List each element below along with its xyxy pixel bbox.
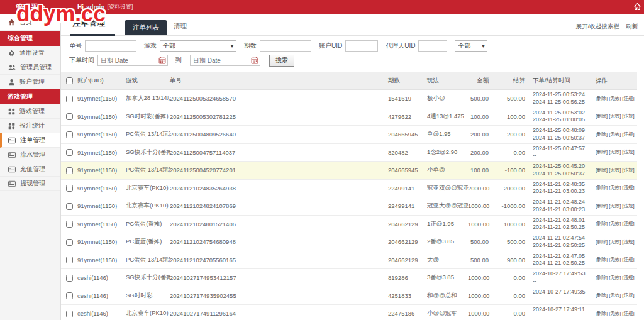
invalid-link[interactable]: [无效] <box>609 275 621 280</box>
account-cell: 91ymnet(1150) <box>77 126 126 144</box>
play-cell: 4通13@1.475 <box>427 108 468 126</box>
sidebar-item-order-management[interactable]: 注单管理 <box>0 133 60 148</box>
violation-link[interactable]: [违规] <box>622 221 634 226</box>
status-select[interactable]: 全部 ▾ <box>455 40 487 52</box>
tab-order-list[interactable]: 注单列表 <box>125 20 167 35</box>
violation-link[interactable]: [违规] <box>622 167 634 173</box>
game-select[interactable]: 全部 ▾ <box>160 40 236 52</box>
account-cell: 91ymnet(1150) <box>77 215 126 233</box>
delete-link[interactable]: [删除] <box>596 311 608 316</box>
row-checkbox-cell <box>61 126 77 144</box>
row-checkbox[interactable] <box>66 275 73 282</box>
row-checkbox[interactable] <box>66 221 73 228</box>
start-date-input[interactable] <box>97 55 168 66</box>
sidebar-item-deposit-management[interactable]: 充值管理 <box>0 162 60 177</box>
delete-link[interactable]: [删除] <box>596 131 608 137</box>
play-cell: 冠亚双@@冠亚 <box>427 179 468 197</box>
invalid-link[interactable]: [无效] <box>609 113 621 119</box>
violation-link[interactable]: [违规] <box>622 275 634 280</box>
account-uid-input[interactable] <box>345 40 378 52</box>
row-checkbox[interactable] <box>66 167 73 174</box>
delete-link[interactable]: [删除] <box>596 257 608 262</box>
invalid-link[interactable]: [无效] <box>609 203 621 209</box>
row-checkbox[interactable] <box>66 292 73 299</box>
stats-icon <box>8 123 15 130</box>
sidebar-item-bet-statistics[interactable]: 投注统计 <box>0 119 60 133</box>
delete-link[interactable]: [删除] <box>596 96 608 101</box>
delete-link[interactable]: [删除] <box>596 239 608 245</box>
agent-uid-input[interactable] <box>418 40 447 52</box>
violation-link[interactable]: [违规] <box>622 131 634 137</box>
invalid-link[interactable]: [无效] <box>609 221 621 226</box>
delete-link[interactable]: [删除] <box>596 167 608 173</box>
toggle-search-bar-link[interactable]: 展开/收起搜索栏 <box>576 23 619 31</box>
order-no-input[interactable] <box>85 40 136 52</box>
table-row: ceshi(1146)SG快乐十分(番摊)2024102717495341215… <box>61 269 637 287</box>
violation-link[interactable]: [违规] <box>622 149 634 155</box>
violation-link[interactable]: [违规] <box>622 239 634 245</box>
period-cell: 22475186 <box>388 305 427 320</box>
violation-link[interactable]: [违规] <box>622 203 634 209</box>
sidebar-item-general-settings[interactable]: 通用设置 <box>0 46 60 60</box>
invalid-link[interactable]: [无效] <box>609 131 621 137</box>
delete-link[interactable]: [删除] <box>596 275 608 280</box>
row-checkbox[interactable] <box>66 149 73 156</box>
row-checkbox[interactable] <box>66 203 73 210</box>
row-checkbox[interactable] <box>66 239 73 246</box>
calendar-icon[interactable] <box>251 57 258 65</box>
profile-settings-link[interactable]: [资料设置] <box>107 3 133 11</box>
delete-link[interactable]: [删除] <box>596 292 608 298</box>
refresh-link[interactable]: 刷新 <box>626 23 638 31</box>
home-icon[interactable] <box>633 3 641 11</box>
invalid-link[interactable]: [无效] <box>609 311 621 316</box>
select-all-checkbox[interactable] <box>66 77 73 84</box>
list-card-icon <box>8 152 16 158</box>
chevron-down-icon: ▾ <box>231 43 233 49</box>
violation-link[interactable]: [违规] <box>622 96 634 101</box>
invalid-link[interactable]: [无效] <box>609 257 621 262</box>
search-button[interactable]: 搜索 <box>269 55 294 67</box>
calendar-icon[interactable] <box>158 57 166 65</box>
row-checkbox-cell <box>61 108 77 126</box>
invalid-link[interactable]: [无效] <box>609 239 621 245</box>
sidebar-item-game-management[interactable]: 游戏管理 <box>0 104 60 119</box>
sidebar-item-withdrawal-management[interactable]: 提现管理 <box>0 177 60 191</box>
delete-link[interactable]: [删除] <box>596 203 608 209</box>
settle-cell: 1000.00 <box>496 215 533 233</box>
account-cell: 91ymnet(1150) <box>77 162 126 180</box>
delete-link[interactable]: [删除] <box>596 113 608 119</box>
sidebar-item-transaction-management[interactable]: 流水管理 <box>0 148 60 162</box>
sidebar-item-account-management[interactable]: 账户管理 <box>0 75 60 89</box>
invalid-link[interactable]: [无效] <box>609 149 621 155</box>
sidebar-item-home[interactable]: 首页 <box>0 14 60 31</box>
col-actions: 操作 <box>596 72 637 90</box>
violation-link[interactable]: [违规] <box>622 311 634 316</box>
violation-link[interactable]: [违规] <box>622 185 634 190</box>
row-checkbox[interactable] <box>66 311 73 317</box>
invalid-link[interactable]: [无效] <box>609 292 621 298</box>
invalid-link[interactable]: [无效] <box>609 185 621 190</box>
period-cell: 4279622 <box>388 108 427 126</box>
tab-cleanup[interactable]: 清理 <box>167 19 193 34</box>
order-no-cell: 20241125004520774201 <box>170 162 388 180</box>
period-input[interactable] <box>260 40 311 52</box>
row-checkbox[interactable] <box>66 113 73 120</box>
end-date-input[interactable] <box>190 55 260 66</box>
row-checkbox[interactable] <box>66 131 73 138</box>
period-cell: 22499141 <box>388 179 427 197</box>
delete-link[interactable]: [删除] <box>596 185 608 190</box>
col-play: 玩法 <box>427 72 468 90</box>
invalid-link[interactable]: [无效] <box>609 167 621 173</box>
sidebar-item-admin-management[interactable]: 管理员管理 <box>0 60 60 75</box>
delete-link[interactable]: [删除] <box>596 221 608 226</box>
invalid-link[interactable]: [无效] <box>609 96 621 101</box>
amount-cell: 100.00 <box>468 108 496 126</box>
violation-link[interactable]: [违规] <box>622 257 634 262</box>
settle-cell: -500.00 <box>496 90 533 108</box>
row-checkbox[interactable] <box>66 96 73 102</box>
row-checkbox[interactable] <box>66 185 73 192</box>
violation-link[interactable]: [违规] <box>622 113 634 119</box>
row-checkbox[interactable] <box>66 257 73 263</box>
violation-link[interactable]: [违规] <box>622 292 634 298</box>
delete-link[interactable]: [删除] <box>596 149 608 155</box>
